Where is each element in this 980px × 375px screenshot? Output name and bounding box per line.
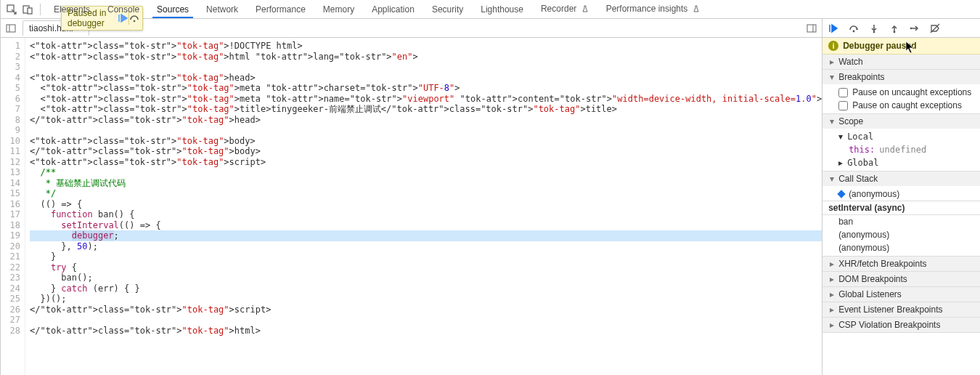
inspect-element-icon[interactable] [5,3,18,16]
debugger-pane: i Debugger paused Watch Breakpoints [822,19,980,375]
csp-header[interactable]: CSP Violation Breakpoints [822,318,980,332]
dom-section: DOM Breakpoints [822,272,980,287]
resume-button[interactable] [827,22,840,35]
tab-performance[interactable]: Performance [248,1,313,17]
callstack-frame-label: (anonymous) [838,230,889,240]
chevron-right-icon [828,305,836,315]
step-into-button[interactable] [867,22,881,35]
tab-security[interactable]: Security [425,1,470,17]
info-icon: i [828,41,838,51]
tab-console[interactable]: Console [100,1,147,17]
callstack-section: Call Stack (anonymous) setInterval (asyn… [822,172,980,257]
scope-global-label: Global [847,158,878,168]
scope-local-label: Local [847,132,873,142]
pause-uncaught-checkbox[interactable]: Pause on uncaught exceptions [822,86,980,99]
event-listeners-section: Event Listener Breakpoints [822,302,980,318]
scope-header[interactable]: Scope [822,114,980,129]
callstack-frame[interactable]: (anonymous) [822,241,980,254]
pause-caught-input[interactable] [838,101,848,110]
scope-local-row[interactable]: Local [822,130,980,143]
tab-sources[interactable]: Sources [150,1,196,17]
chevron-right-icon [838,158,843,168]
scope-section: Scope Local this: undefined Global [822,114,980,172]
svg-rect-4 [7,25,15,32]
svg-point-0 [133,20,135,23]
breakpoints-header[interactable]: Breakpoints [822,70,980,84]
debugger-paused-text: Debugger paused [843,41,916,51]
step-button[interactable] [908,22,921,35]
device-toolbar-icon[interactable] [21,3,34,16]
chevron-right-icon [828,320,836,330]
chevron-down-icon [828,174,836,184]
global-listeners-label: Global Listeners [838,289,902,299]
tab-recorder-label: Recorder [541,4,576,14]
scope-label: Scope [838,116,863,126]
flask-icon [581,4,589,15]
deactivate-breakpoints-button[interactable] [928,22,942,35]
callstack-frame-active[interactable]: (anonymous) [822,188,980,201]
pause-uncaught-input[interactable] [838,88,848,97]
code-editor[interactable]: 1234567891011121314151617181920212223242… [1,38,822,375]
global-listeners-section: Global Listeners [822,287,980,302]
scope-this-label: this: [849,145,875,155]
watch-section: Watch [822,55,980,70]
tab-performance-insights[interactable]: Performance insights [599,1,707,17]
breakpoints-section: Breakpoints Pause on uncaught exceptions… [822,70,980,114]
tab-recorder[interactable]: Recorder [534,1,596,17]
event-listeners-header[interactable]: Event Listener Breakpoints [822,302,980,317]
callstack-frame-label: (anonymous) [838,243,889,253]
step-out-button[interactable] [888,22,901,35]
watch-header[interactable]: Watch [822,55,980,69]
svg-point-8 [853,30,855,32]
tab-memory[interactable]: Memory [316,1,362,17]
debugger-paused-banner: i Debugger paused [822,38,980,55]
csp-label: CSP Violation Breakpoints [838,320,940,330]
chevron-down-icon [828,72,836,82]
scope-this-row: this: undefined [822,143,980,156]
chevron-right-icon [828,259,836,269]
toggle-details-icon[interactable] [804,21,819,36]
svg-rect-6 [807,25,816,32]
sources-editor-pane: tiaoshi.html × 1234567891011121314151617… [1,19,822,375]
devtools-panel: Elements Console Sources Network Perform… [0,0,980,375]
chevron-right-icon [828,289,836,299]
callstack-async-header: setInterval (async) [822,201,980,215]
callstack-frame[interactable]: ban [822,215,980,228]
scope-global-row[interactable]: Global [822,156,980,169]
callstack-frame-label: ban [838,217,853,227]
dom-label: DOM Breakpoints [838,274,907,284]
pause-caught-checkbox[interactable]: Pause on caught exceptions [822,99,980,112]
xhr-header[interactable]: XHR/fetch Breakpoints [822,257,980,271]
debugger-toolbar [822,19,980,38]
divider [40,4,41,15]
active-frame-icon [837,190,845,198]
flask-icon [693,4,700,15]
dom-header[interactable]: DOM Breakpoints [822,272,980,286]
breakpoints-label: Breakpoints [838,72,884,82]
event-listeners-label: Event Listener Breakpoints [838,305,942,315]
callstack-header[interactable]: Call Stack [822,172,980,186]
tab-perfinsights-label: Performance insights [606,4,688,14]
tab-elements[interactable]: Elements [46,1,97,17]
sources-main: tiaoshi.html × 1234567891011121314151617… [1,19,980,375]
watch-label: Watch [838,57,863,67]
tab-application[interactable]: Application [364,1,422,17]
tab-lighthouse[interactable]: Lighthouse [473,1,531,17]
scope-this-value: undefined [879,145,926,155]
svg-point-10 [894,31,896,33]
callstack-frame-label: (anonymous) [849,189,899,199]
step-over-button[interactable] [847,22,860,35]
pause-uncaught-label: Pause on uncaught exceptions [852,87,971,97]
code-area[interactable]: <"tok-attr">class="tok-str">"tok-tag">!D… [25,38,822,375]
chevron-down-icon [828,116,836,126]
global-listeners-header[interactable]: Global Listeners [822,287,980,302]
tab-network[interactable]: Network [199,1,245,17]
devtools-tabs: Elements Console Sources Network Perform… [1,0,980,19]
svg-rect-3 [28,8,32,14]
callstack-label: Call Stack [838,174,878,184]
csp-section: CSP Violation Breakpoints [822,318,980,333]
callstack-frame[interactable]: (anonymous) [822,228,980,241]
pause-caught-label: Pause on caught exceptions [852,100,962,110]
chevron-down-icon [838,132,843,142]
toggle-navigator-icon[interactable] [4,21,18,36]
